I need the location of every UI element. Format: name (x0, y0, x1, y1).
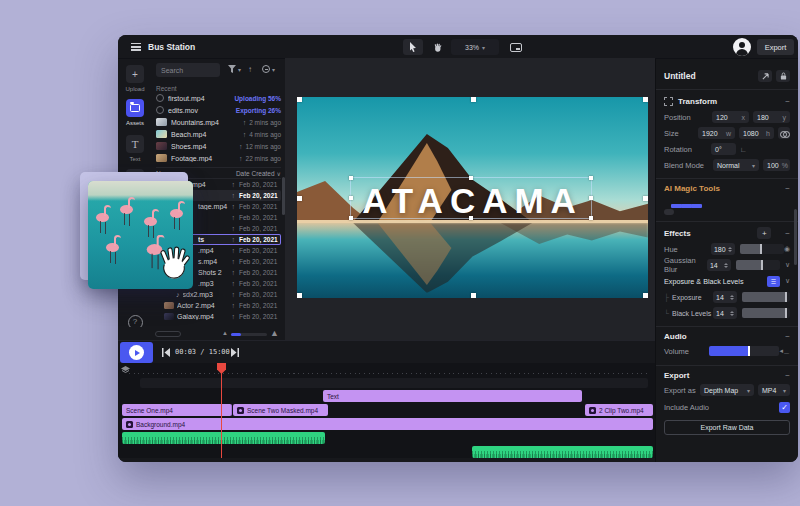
eye-icon[interactable]: ◉ (784, 245, 790, 253)
timeline-zoom-slider[interactable] (231, 333, 267, 336)
hue-stepper[interactable]: 180 (711, 243, 735, 255)
video-frame[interactable]: ATACAMA (297, 97, 648, 298)
play-button[interactable] (120, 342, 153, 363)
select-tool-button[interactable] (403, 39, 423, 55)
collapse-icon[interactable]: − (785, 371, 790, 380)
recent-item[interactable]: firstout.mp4 ↑ Uploading 56% (156, 92, 281, 104)
horizontal-scrollbar[interactable] (155, 331, 181, 337)
resize-handle[interactable] (471, 97, 476, 102)
size-w-input[interactable]: 1920w (698, 127, 735, 139)
chevron-down-icon[interactable]: ∨ (785, 261, 790, 269)
ai-tool-tab[interactable] (674, 209, 684, 215)
resize-handle[interactable] (643, 293, 648, 298)
timeline-ruler[interactable] (118, 363, 655, 376)
export-raw-data-button[interactable]: Export Raw Data (664, 420, 790, 435)
timeline-clip-two[interactable]: 2 Clip Two.mp4 (585, 404, 653, 416)
file-name: Galaxy.mp4 (177, 313, 232, 320)
hand-tool-button[interactable] (429, 39, 447, 55)
opacity-input[interactable]: 100% (763, 159, 790, 171)
fullscreen-button[interactable] (506, 39, 526, 55)
recent-item[interactable]: Beach.mp4 ↑ 4 mins ago (156, 128, 281, 140)
hue-slider[interactable] (740, 244, 784, 254)
column-date-created[interactable]: Date Created∨ (236, 170, 281, 177)
exposure-slider[interactable] (742, 292, 790, 302)
audio-clip[interactable] (472, 446, 653, 458)
volume-slider[interactable] (709, 346, 779, 356)
blur-stepper[interactable]: 14 (707, 259, 731, 271)
table-row[interactable]: ♪ sdx2.mp3 ↑ Feb 20, 2021 (156, 289, 281, 300)
resize-handle[interactable] (471, 293, 476, 298)
transport-bar: 00:03 / 15:00 (118, 340, 655, 363)
recent-item[interactable]: edits.mov ↑ Exporting 26% (156, 104, 281, 116)
crop-button[interactable] (758, 70, 772, 82)
resize-handle[interactable] (297, 196, 302, 201)
playhead[interactable] (221, 363, 222, 458)
collapse-icon[interactable]: − (785, 229, 790, 238)
rotation-input[interactable]: 0° (711, 143, 736, 155)
link-dimensions-toggle[interactable] (778, 127, 790, 139)
menu-icon[interactable] (131, 43, 141, 51)
file-name: .mp4 (198, 247, 232, 254)
black-levels-stepper[interactable]: 14 (713, 307, 737, 319)
skip-forward-button[interactable] (230, 348, 240, 357)
collapse-icon[interactable]: − (785, 184, 790, 193)
levels-button[interactable]: ☰ (767, 276, 780, 287)
size-h-input[interactable]: 1080h (739, 127, 774, 139)
upload-arrow-icon: ↑ (232, 192, 236, 199)
skip-back-button[interactable] (162, 348, 172, 357)
chevron-down-icon: ▾ (272, 66, 275, 73)
resize-handle[interactable] (643, 196, 648, 201)
effect-group-label: Exposure & Black Levels (664, 277, 767, 286)
timeline-clip-text[interactable]: Text (323, 390, 582, 402)
blur-slider[interactable] (736, 260, 780, 270)
exclude-filter-button[interactable]: ▾ (262, 65, 275, 73)
preview-canvas[interactable]: ATACAMA (285, 58, 655, 340)
sidebar-item-text[interactable]: T Text (118, 135, 152, 162)
position-x-input[interactable]: 120x (712, 111, 749, 123)
export-button[interactable]: Export (757, 39, 794, 55)
chevron-down-icon[interactable]: ∨ (785, 277, 790, 285)
ai-tool-tab[interactable] (664, 209, 674, 215)
zoom-level-dropdown[interactable]: 33%▾ (451, 39, 499, 55)
export-filetype-dropdown[interactable]: MP4▾ (758, 384, 790, 396)
upload-arrow-icon: ↑ (243, 131, 247, 138)
resize-handle[interactable] (643, 97, 648, 102)
ai-tool-tab[interactable] (684, 209, 694, 215)
text-selection-box[interactable] (350, 177, 592, 219)
black-levels-slider[interactable] (742, 308, 790, 318)
recent-item[interactable]: Mountains.mp4 ↑ 2 mins ago (156, 116, 281, 128)
top-bar: Bus Station 33%▾ Export (118, 35, 798, 59)
empty-track[interactable] (140, 378, 648, 388)
speaker-icon[interactable]: ◂＿ (779, 346, 790, 356)
collapse-icon[interactable]: − (785, 332, 790, 341)
search-input[interactable] (156, 63, 220, 77)
exposure-stepper[interactable]: 14 (713, 291, 737, 303)
file-thumbnail (156, 142, 167, 150)
timeline[interactable]: Text Scene One.mp4 Scene Two Masked.mp4 … (118, 363, 655, 458)
panel-scrollbar[interactable] (794, 209, 797, 265)
table-row[interactable]: Galaxy.mp4 ↑ Feb 20, 2021 (156, 311, 281, 322)
audio-clip[interactable] (122, 432, 325, 444)
export-format-dropdown[interactable]: Depth Map▾ (700, 384, 754, 396)
position-y-input[interactable]: 180y (753, 111, 790, 123)
timeline-clip-scene-two[interactable]: Scene Two Masked.mp4 (233, 404, 328, 416)
include-audio-checkbox[interactable]: ✓ (779, 402, 790, 413)
timeline-clip-background[interactable]: Background.mp4 (122, 418, 653, 430)
collapse-icon[interactable]: − (785, 97, 790, 106)
timeline-clip-scene-one[interactable]: Scene One.mp4 (122, 404, 232, 416)
sidebar-item-upload[interactable]: + Upload (118, 65, 152, 92)
sidebar-item-assets[interactable]: Assets (118, 99, 152, 126)
blend-mode-dropdown[interactable]: Normal▾ (713, 159, 759, 171)
upload-button[interactable]: ↑ (248, 65, 252, 74)
recent-item[interactable]: Footage.mp4 ↑ 22 mins ago (156, 152, 281, 164)
add-effect-button[interactable]: + (757, 227, 771, 239)
recent-item[interactable]: Shoes.mp4 ↑ 12 mins ago (156, 140, 281, 152)
angle-icon: ∟ (740, 146, 747, 153)
lock-button[interactable] (776, 70, 790, 82)
filter-button[interactable]: ▾ (228, 65, 241, 73)
table-row[interactable]: Actor 2.mp4 ↑ Feb 20, 2021 (156, 300, 281, 311)
resize-handle[interactable] (297, 97, 302, 102)
ai-tool-tab[interactable] (694, 209, 704, 215)
avatar[interactable] (733, 38, 751, 56)
resize-handle[interactable] (297, 293, 302, 298)
